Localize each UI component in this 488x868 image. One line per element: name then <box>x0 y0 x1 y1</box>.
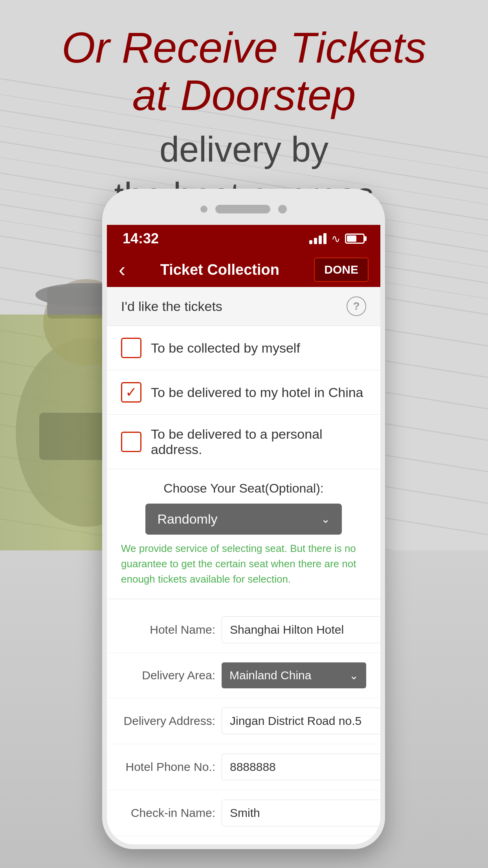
hotel-name-label: Hotel Name: <box>121 623 215 636</box>
form-section: Hotel Name: Delivery Area: Mainland Chin… <box>107 599 380 844</box>
back-button[interactable]: ‹ <box>119 259 125 280</box>
battery-fill <box>347 235 356 242</box>
seat-note: We provide service of selecting seat. Bu… <box>121 541 366 587</box>
phone-screen: 14:32 ∿ <box>107 193 380 844</box>
checkmark-icon: ✓ <box>125 385 137 399</box>
delivery-area-label: Delivery Area: <box>121 669 215 682</box>
delivery-address-input[interactable] <box>222 708 380 734</box>
option-personal-address[interactable]: To be delivered to a personal address. <box>107 415 380 469</box>
checkbox-personal-address[interactable] <box>121 432 141 452</box>
status-bar: 14:32 ∿ <box>107 225 380 252</box>
phone-dot-left <box>200 206 207 213</box>
option-collect-myself-label: To be collected by myself <box>151 340 300 356</box>
hotel-phone-label: Hotel Phone No.: <box>121 760 215 774</box>
option-personal-address-label: To be delivered to a personal address. <box>151 427 366 457</box>
phone-mockup: 14:32 ∿ <box>102 189 385 849</box>
headline-subline1: delivery by <box>0 127 488 173</box>
headline-main: Or Receive Tickets at Doorstep <box>0 24 488 119</box>
form-row-delivery-address: Delivery Address: <box>107 698 380 744</box>
nav-title: Ticket Collection <box>133 261 306 278</box>
checkin-name-label: Check-in Name: <box>121 806 215 820</box>
seat-label: Choose Your Seat(Optional): <box>121 481 366 496</box>
form-row-hotel-name: Hotel Name: <box>107 607 380 653</box>
form-row-checkin-date: Check-in Date: <box>107 836 380 844</box>
delivery-area-value: Mainland China <box>229 669 311 682</box>
done-button[interactable]: DONE <box>314 257 369 282</box>
headline-line1: Or Receive Tickets <box>0 24 488 71</box>
delivery-area-dropdown[interactable]: Mainland China ⌄ <box>222 662 366 688</box>
status-time: 14:32 <box>123 230 159 247</box>
checkin-name-input[interactable] <box>222 800 380 826</box>
section-header: I'd like the tickets ? <box>107 287 380 326</box>
form-row-hotel-phone: Hotel Phone No.: <box>107 744 380 790</box>
option-hotel-delivery[interactable]: ✓ To be delivered to my hotel in China <box>107 370 380 415</box>
wifi-icon: ∿ <box>331 232 340 245</box>
hotel-phone-input[interactable] <box>222 754 380 780</box>
form-row-delivery-area: Delivery Area: Mainland China ⌄ <box>107 653 380 698</box>
delivery-address-label: Delivery Address: <box>121 714 215 728</box>
seat-dropdown-value: Randomly <box>157 511 217 527</box>
phone-camera <box>278 205 287 213</box>
help-icon[interactable]: ? <box>347 296 366 316</box>
phone-top-hardware <box>107 193 380 225</box>
battery-icon <box>345 234 365 244</box>
option-hotel-delivery-label: To be delivered to my hotel in China <box>151 385 363 400</box>
form-row-checkin-name: Check-in Name: <box>107 790 380 836</box>
section-header-text: I'd like the tickets <box>121 299 222 314</box>
nav-bar: ‹ Ticket Collection DONE <box>107 252 380 287</box>
status-icons: ∿ <box>309 232 365 245</box>
seat-section: Choose Your Seat(Optional): Randomly ⌄ W… <box>107 469 380 599</box>
seat-dropdown-arrow-icon: ⌄ <box>321 513 330 526</box>
option-collect-myself[interactable]: To be collected by myself <box>107 326 380 370</box>
phone-outer-shell: 14:32 ∿ <box>102 189 385 849</box>
seat-dropdown[interactable]: Randomly ⌄ <box>145 504 341 535</box>
signal-icon <box>309 233 327 244</box>
phone-content: I'd like the tickets ? To be collected b… <box>107 287 380 844</box>
phone-speaker <box>215 205 270 213</box>
checkbox-hotel-delivery[interactable]: ✓ <box>121 382 141 403</box>
headline-line2: at Doorstep <box>0 71 488 119</box>
delivery-area-dropdown-arrow-icon: ⌄ <box>349 669 358 682</box>
checkbox-collect-myself[interactable] <box>121 338 141 358</box>
hotel-name-input[interactable] <box>222 616 380 643</box>
